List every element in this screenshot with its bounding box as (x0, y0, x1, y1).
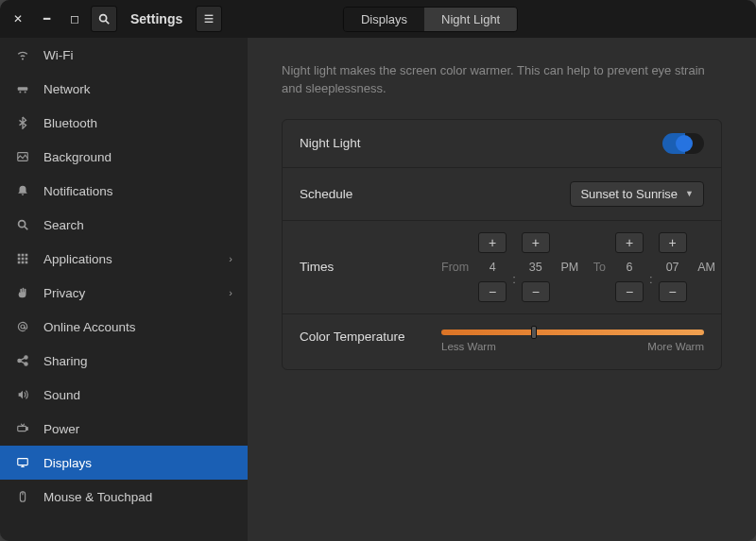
svg-point-22 (25, 356, 27, 359)
grid-icon (15, 251, 30, 266)
sidebar-item-label: Background (43, 150, 232, 164)
sidebar-item-label: Mouse & Touchpad (43, 490, 232, 504)
tab-night-light[interactable]: Night Light (424, 8, 517, 31)
svg-rect-11 (18, 254, 21, 257)
sidebar-item-applications[interactable]: Applications› (0, 242, 248, 276)
display-icon (15, 455, 30, 470)
night-light-switch[interactable] (662, 133, 704, 154)
content-pane: Night light makes the screen color warme… (248, 38, 756, 541)
at-icon (15, 319, 30, 334)
night-light-panel: Night Light Schedule Sunset to Sunrise ▼ (282, 119, 722, 370)
chevron-right-icon: › (229, 287, 232, 298)
share-icon (15, 353, 30, 368)
svg-rect-15 (22, 258, 25, 261)
svg-rect-6 (20, 92, 22, 93)
sidebar-item-power[interactable]: Power (0, 412, 248, 446)
to-minute-down[interactable]: − (659, 281, 687, 302)
times-label: Times (300, 260, 441, 274)
from-hour-down[interactable]: − (478, 281, 507, 302)
chevron-right-icon: › (229, 253, 232, 264)
sidebar-item-background[interactable]: Background (0, 140, 248, 174)
sidebar-item-label: Wi-Fi (43, 48, 232, 62)
menu-button[interactable] (196, 6, 222, 32)
from-minute-up[interactable]: + (522, 232, 550, 253)
mouse-icon (15, 489, 30, 504)
sidebar-item-search[interactable]: Search (0, 208, 248, 242)
chevron-down-icon: ▼ (685, 189, 694, 198)
svg-line-24 (21, 358, 25, 360)
sidebar-item-privacy[interactable]: Privacy› (0, 276, 248, 310)
sidebar-item-sound[interactable]: Sound (0, 378, 248, 412)
from-minute-down[interactable]: − (522, 281, 550, 302)
sidebar-item-notifications[interactable]: Notifications (0, 174, 248, 208)
temp-min-label: Less Warm (441, 341, 496, 352)
svg-rect-3 (205, 18, 214, 19)
from-hour-up[interactable]: + (478, 232, 507, 253)
sidebar-item-network[interactable]: Network (0, 72, 248, 106)
svg-line-10 (25, 227, 28, 230)
schedule-row: Schedule Sunset to Sunrise ▼ (283, 168, 721, 221)
sidebar-item-label: Network (43, 82, 232, 96)
bluetooth-icon (15, 115, 30, 130)
close-button[interactable]: ✕ (6, 6, 30, 32)
sidebar-item-mouse[interactable]: Mouse & Touchpad (0, 480, 248, 514)
svg-point-0 (100, 15, 107, 22)
svg-rect-16 (26, 258, 28, 261)
times-row: Times From + 4 − : + 35 (283, 221, 721, 314)
background-icon (15, 149, 30, 164)
schedule-value: Sunset to Sunrise (580, 187, 678, 201)
svg-point-21 (18, 359, 21, 362)
to-label: To (593, 261, 606, 274)
night-light-toggle-label: Night Light (300, 136, 441, 150)
svg-rect-17 (18, 262, 21, 264)
search-button[interactable] (91, 6, 117, 32)
sidebar-item-label: Online Accounts (43, 320, 232, 334)
sidebar-item-bluetooth[interactable]: Bluetooth (0, 106, 248, 140)
search-icon (15, 217, 30, 232)
sidebar-item-displays[interactable]: Displays (0, 446, 248, 480)
schedule-label: Schedule (300, 187, 441, 201)
sidebar-item-wifi[interactable]: Wi-Fi (0, 38, 248, 72)
to-hour-up[interactable]: + (615, 232, 644, 253)
power-icon (15, 421, 30, 436)
maximize-button[interactable]: ◻ (62, 6, 87, 32)
sidebar-item-sharing[interactable]: Sharing (0, 344, 248, 378)
hand-icon (15, 285, 30, 300)
svg-rect-4 (205, 22, 214, 23)
color-temperature-label: Color Temperature (300, 330, 441, 344)
schedule-dropdown[interactable]: Sunset to Sunrise ▼ (570, 181, 704, 207)
to-minute-value[interactable]: 07 (659, 257, 687, 278)
night-light-description: Night light makes the screen color warme… (282, 62, 722, 98)
minimize-button[interactable]: ━ (34, 6, 59, 32)
speaker-icon (15, 387, 30, 402)
network-icon (15, 81, 30, 96)
night-light-toggle-row: Night Light (283, 120, 721, 168)
color-temperature-slider[interactable] (441, 330, 704, 335)
sidebar-item-label: Privacy (43, 286, 215, 300)
from-label: From (441, 261, 469, 274)
sidebar-item-label: Notifications (43, 184, 232, 198)
wifi-icon (15, 47, 30, 62)
svg-rect-2 (205, 15, 214, 16)
to-hour-down[interactable]: − (615, 281, 644, 302)
sidebar-item-online-accounts[interactable]: Online Accounts (0, 310, 248, 344)
to-ampm-value[interactable]: AM (693, 257, 721, 278)
from-hour-value[interactable]: 4 (478, 257, 507, 278)
svg-line-25 (21, 362, 25, 363)
from-ampm-value[interactable]: PM (556, 257, 584, 278)
sidebar-item-label: Power (43, 422, 232, 436)
from-minute-value[interactable]: 35 (522, 257, 550, 278)
svg-rect-27 (26, 428, 27, 431)
to-minute-up[interactable]: + (659, 232, 687, 253)
svg-rect-26 (18, 426, 26, 431)
sidebar-item-label: Bluetooth (43, 116, 232, 130)
sidebar-item-label: Search (43, 218, 232, 232)
temp-max-label: More Warm (647, 341, 704, 352)
svg-rect-18 (22, 262, 25, 264)
tab-displays[interactable]: Displays (344, 8, 424, 31)
svg-rect-5 (18, 87, 28, 91)
app-title: Settings (130, 11, 182, 26)
slider-thumb[interactable] (531, 326, 537, 339)
to-hour-value[interactable]: 6 (615, 257, 644, 278)
sidebar-item-label: Sharing (43, 354, 232, 368)
